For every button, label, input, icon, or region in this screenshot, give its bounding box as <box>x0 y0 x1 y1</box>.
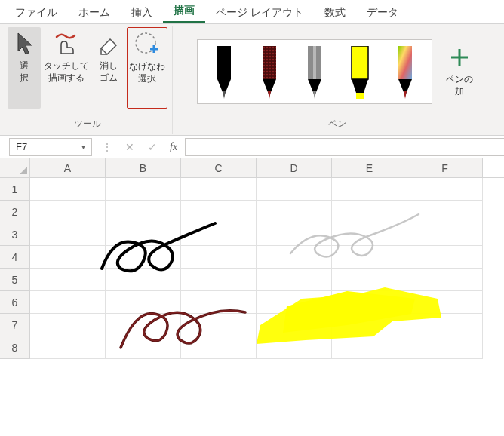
cell[interactable] <box>30 223 106 246</box>
cell[interactable] <box>257 291 332 314</box>
cell[interactable] <box>181 201 257 223</box>
tab-home[interactable]: ホーム <box>68 2 121 23</box>
cell[interactable] <box>30 201 106 223</box>
col-header[interactable]: C <box>181 158 257 177</box>
pen-rainbow[interactable] <box>389 46 421 102</box>
tab-draw[interactable]: 描画 <box>163 0 205 23</box>
cell[interactable] <box>332 178 407 201</box>
cell[interactable] <box>106 291 181 314</box>
cursor-icon <box>11 30 38 57</box>
cell[interactable] <box>30 269 106 291</box>
cell[interactable] <box>257 246 332 269</box>
cell[interactable] <box>407 269 483 291</box>
cell[interactable] <box>106 223 181 246</box>
row-header[interactable]: 6 <box>0 291 30 314</box>
cell[interactable] <box>181 178 257 201</box>
tab-page-layout[interactable]: ページ レイアウト <box>205 2 314 23</box>
cell[interactable] <box>257 314 332 336</box>
cell[interactable] <box>407 291 483 314</box>
pen-black[interactable] <box>208 46 240 102</box>
cell[interactable] <box>181 314 257 336</box>
pen-gray-pencil[interactable] <box>299 46 330 102</box>
cell[interactable] <box>332 314 407 336</box>
cell[interactable] <box>106 314 181 336</box>
cell[interactable] <box>407 178 483 201</box>
cell[interactable] <box>30 291 106 314</box>
pen-yellow-highlighter[interactable] <box>344 46 376 102</box>
cell[interactable] <box>181 269 257 291</box>
col-header[interactable]: A <box>30 158 106 177</box>
tab-data[interactable]: データ <box>356 2 409 23</box>
cell[interactable] <box>257 178 332 201</box>
pen-dark-red[interactable] <box>254 46 285 102</box>
tab-insert[interactable]: 挿入 <box>121 2 163 23</box>
cell[interactable] <box>181 336 257 359</box>
cell[interactable] <box>407 223 483 246</box>
col-header[interactable]: E <box>332 158 407 177</box>
cell[interactable] <box>106 201 181 223</box>
cell[interactable] <box>332 336 407 359</box>
row-header[interactable]: 2 <box>0 201 30 223</box>
lasso-label: なげなわ 選択 <box>129 61 165 84</box>
cell[interactable] <box>332 269 407 291</box>
cell[interactable] <box>106 178 181 201</box>
cell[interactable] <box>407 246 483 269</box>
col-header[interactable]: B <box>106 158 181 177</box>
cell[interactable] <box>106 336 181 359</box>
cancel-formula-button[interactable]: ✕ <box>120 138 140 156</box>
row-header[interactable]: 5 <box>0 269 30 291</box>
pen-add-button[interactable]: ペンの 加 <box>441 41 478 102</box>
cell[interactable] <box>30 314 106 336</box>
pen-add-label: ペンの 加 <box>446 74 473 97</box>
chevron-down-icon[interactable]: ▾ <box>81 143 85 151</box>
touch-draw-button[interactable]: タッチして 描画する <box>42 27 91 109</box>
select-button[interactable]: 選 択 <box>8 27 41 109</box>
row-header[interactable]: 1 <box>0 178 30 201</box>
cell[interactable] <box>332 223 407 246</box>
formula-input[interactable] <box>185 138 504 156</box>
cell[interactable] <box>181 223 257 246</box>
row-header[interactable]: 7 <box>0 314 30 336</box>
cell[interactable] <box>257 336 332 359</box>
cell[interactable] <box>332 246 407 269</box>
svg-rect-18 <box>356 93 364 99</box>
cell[interactable] <box>407 336 483 359</box>
cell[interactable] <box>257 223 332 246</box>
lasso-select-button[interactable]: なげなわ 選択 <box>127 27 167 109</box>
cell[interactable] <box>407 201 483 223</box>
enter-formula-button[interactable]: ✓ <box>143 138 162 156</box>
col-header[interactable]: F <box>407 158 483 177</box>
tab-formulas[interactable]: 数式 <box>314 2 356 23</box>
touch-draw-icon <box>53 30 80 57</box>
pen-gallery[interactable] <box>197 39 432 104</box>
col-header[interactable]: D <box>257 158 332 177</box>
cell[interactable] <box>257 269 332 291</box>
svg-marker-17 <box>352 79 368 93</box>
cell[interactable] <box>181 246 257 269</box>
row-header[interactable]: 8 <box>0 336 30 359</box>
cell[interactable] <box>30 336 106 359</box>
cell[interactable] <box>30 246 106 269</box>
fx-icon[interactable]: fx <box>165 141 182 153</box>
select-all-corner[interactable] <box>0 158 30 177</box>
eraser-label: 消し ゴム <box>100 60 118 84</box>
pen-group-label: ペン <box>328 116 346 132</box>
tab-file[interactable]: ファイル <box>5 2 68 23</box>
cell[interactable] <box>30 178 106 201</box>
cell[interactable] <box>407 314 483 336</box>
row-header[interactable]: 4 <box>0 246 30 269</box>
cell[interactable] <box>106 269 181 291</box>
eraser-button[interactable]: 消し ゴム <box>92 27 125 109</box>
svg-marker-11 <box>268 91 271 99</box>
tools-group-label: ツール <box>74 116 101 132</box>
drag-handle-icon[interactable]: ⋮ <box>97 138 117 156</box>
svg-rect-3 <box>217 46 231 79</box>
name-box[interactable]: F7 ▾ <box>9 138 92 156</box>
row-header[interactable]: 3 <box>0 223 30 246</box>
svg-marker-21 <box>404 91 407 99</box>
cell[interactable] <box>181 291 257 314</box>
cell[interactable] <box>332 201 407 223</box>
cell[interactable] <box>332 291 407 314</box>
cell[interactable] <box>257 201 332 223</box>
cell[interactable] <box>106 246 181 269</box>
